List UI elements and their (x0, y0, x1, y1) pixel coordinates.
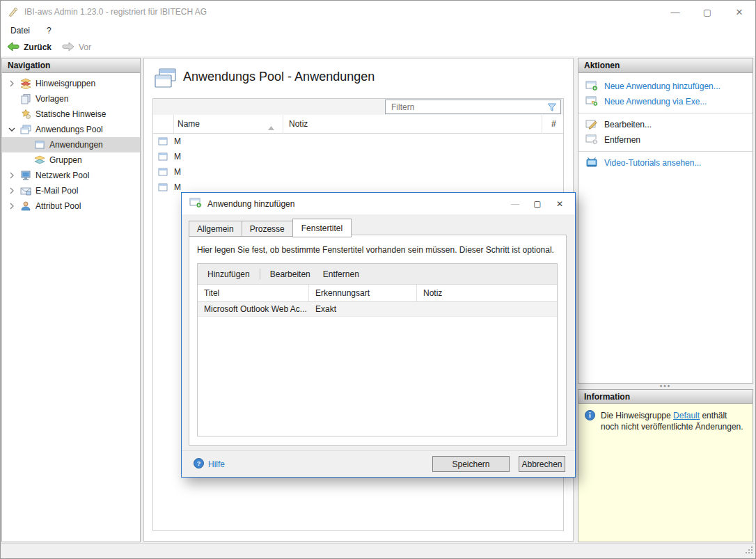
chevron-right-icon[interactable] (8, 79, 16, 88)
row-name: M (174, 182, 181, 192)
dialog-maximize-button[interactable]: ▢ (526, 195, 549, 213)
menu-help[interactable]: ? (40, 24, 58, 38)
column-erkennungsart[interactable]: Erkennungsart (309, 285, 417, 301)
table-row[interactable]: Microsoft Outlook Web Ac... Exakt (198, 302, 557, 317)
sidebar-item-anwendungs-pool[interactable]: Anwendungs Pool (2, 122, 140, 137)
dialog-close-button[interactable]: ✕ (549, 195, 571, 213)
application-icon (157, 166, 168, 178)
action-label: Neue Anwendung hinzufügen... (604, 81, 720, 91)
sidebar-item-vorlagen[interactable]: Vorlagen (2, 91, 140, 107)
information-header: Information (578, 389, 753, 404)
sidebar-item-netzwerk-pool[interactable]: Netzwerk Pool (2, 168, 140, 183)
groups-icon (34, 155, 45, 166)
attribute-pool-icon (20, 200, 31, 212)
sidebar-item-statische-hinweise[interactable]: Statische Hinweise (2, 107, 140, 122)
default-group-link[interactable]: Default (673, 411, 700, 420)
column-notiz-label: Notiz (289, 119, 308, 129)
dialog-minimize-button[interactable]: — (504, 195, 526, 213)
information-panel: Information Die Hinweisgruppe Default en… (578, 389, 753, 542)
new-application-icon (585, 80, 598, 93)
save-button[interactable]: Speichern (432, 456, 510, 472)
action-new-application-exe[interactable]: Neue Anwendung via Exe... (578, 94, 753, 109)
column-name[interactable]: Name (174, 115, 283, 133)
table-header-row: Titel Erkennungsart Notiz (198, 285, 557, 302)
action-bearbeiten[interactable]: Bearbeiten... (578, 117, 753, 132)
menu-bar: Datei ? (1, 23, 755, 38)
dialog-footer: ? Hilfe Speichern Abbrechen (182, 450, 575, 477)
menu-datei[interactable]: Datei (3, 24, 37, 38)
filter-input[interactable] (386, 100, 560, 113)
filter-box (385, 100, 561, 114)
anwendung-hinzufuegen-dialog: Anwendung hinzufügen — ▢ ✕ Allgemein Pro… (181, 192, 576, 478)
app-icon (8, 6, 19, 17)
info-text-before: Die Hinweisgruppe (601, 411, 673, 420)
chevron-right-icon[interactable] (8, 202, 16, 210)
filter-funnel-icon[interactable] (546, 102, 558, 115)
row-name: M (174, 152, 181, 162)
information-text: Die Hinweisgruppe Default enthält noch n… (578, 404, 753, 432)
dialog-tab-panel: Hier legen Sie fest, ob bestimmte Fenste… (189, 235, 567, 446)
column-notiz[interactable]: Notiz (417, 285, 557, 301)
forward-label: Vor (79, 42, 91, 52)
chevron-down-icon[interactable] (8, 125, 16, 134)
row-name: M (174, 167, 181, 177)
table-toolbar: Hinzufügen Bearbeiten Entfernen (198, 264, 557, 285)
templates-icon (20, 93, 31, 104)
row-name: M (174, 136, 181, 146)
sidebar-item-label: Netzwerk Pool (36, 171, 89, 180)
sidebar-item-hinweisgruppen[interactable]: Hinweisgruppen (2, 76, 140, 91)
column-count-label: # (551, 119, 556, 129)
application-icon (157, 182, 168, 193)
action-new-application[interactable]: Neue Anwendung hinzufügen... (578, 79, 753, 94)
table-row[interactable]: M (153, 134, 563, 149)
chevron-right-icon[interactable] (8, 171, 16, 180)
window-title: IBI-aws Admin 1.23.0 - registriert für I… (24, 7, 207, 17)
table-row[interactable]: M (153, 164, 563, 180)
action-label: Bearbeiten... (604, 120, 652, 129)
close-button[interactable]: ✕ (723, 1, 755, 23)
action-video-tutorials[interactable]: Video-Tutorials ansehen... (578, 155, 753, 171)
sidebar-item-anwendungen[interactable]: Anwendungen (2, 137, 140, 152)
list-header-row: Name Notiz # (153, 115, 563, 134)
edit-title-button[interactable]: Bearbeiten (267, 268, 313, 281)
tab-prozesse[interactable]: Prozesse (242, 221, 292, 237)
column-titel[interactable]: Titel (198, 285, 309, 301)
video-tutorials-icon (585, 157, 598, 170)
column-name-label: Name (178, 119, 200, 129)
application-pool-icon (20, 124, 31, 135)
maximize-button[interactable]: ▢ (691, 1, 723, 23)
back-button[interactable]: Zurück (2, 40, 56, 56)
notice-groups-icon (20, 78, 31, 89)
panel-splitter-handle[interactable]: ••• (578, 384, 753, 389)
sidebar-item-attribut-pool[interactable]: Attribut Pool (2, 198, 140, 214)
cancel-button[interactable]: Abbrechen (519, 456, 565, 472)
info-icon (585, 410, 595, 423)
status-bar (1, 543, 755, 558)
sidebar-item-email-pool[interactable]: E-Mail Pool (2, 183, 140, 198)
chevron-right-icon[interactable] (8, 187, 16, 195)
forward-button[interactable]: Vor (57, 40, 95, 56)
help-link[interactable]: ? Hilfe (194, 458, 225, 471)
add-title-button[interactable]: Hinzufügen (205, 268, 253, 281)
table-row[interactable]: M (153, 149, 563, 164)
help-label: Hilfe (208, 459, 225, 469)
sidebar-item-gruppen[interactable]: Gruppen (2, 152, 140, 168)
action-entfernen[interactable]: Entfernen (578, 132, 753, 148)
application-icon (157, 151, 168, 162)
column-notiz[interactable]: Notiz (283, 115, 542, 133)
application-icon (157, 136, 168, 147)
minimize-button[interactable]: — (659, 1, 691, 23)
new-application-exe-icon (585, 95, 598, 109)
remove-title-button[interactable]: Entfernen (320, 268, 362, 281)
actions-separator (578, 113, 753, 113)
tab-allgemein[interactable]: Allgemein (189, 221, 242, 237)
tab-fenstertitel[interactable]: Fenstertitel (292, 219, 352, 237)
network-pool-icon (20, 170, 31, 181)
actions-panel: Aktionen Neue Anwendung hinzufügen... Ne… (578, 58, 753, 384)
column-icon (153, 115, 174, 133)
sidebar-item-label: Anwendungs Pool (36, 125, 103, 134)
cell-titel: Microsoft Outlook Web Ac... (198, 304, 309, 314)
cell-erkennungsart: Exakt (309, 304, 417, 314)
resize-grip[interactable] (745, 546, 753, 556)
column-count[interactable]: # (542, 115, 563, 133)
